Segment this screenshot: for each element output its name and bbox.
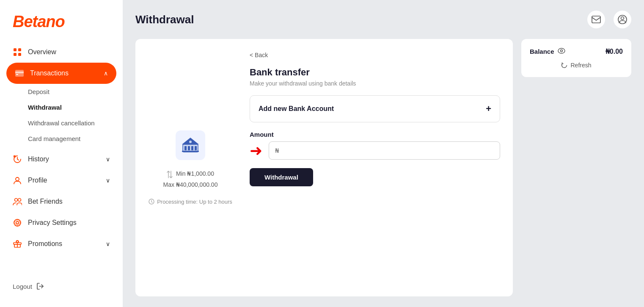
sidebar-nav: Overview Transactions ∧ Deposit Withdraw… <box>0 41 123 274</box>
add-bank-account-row[interactable]: Add new Bank Account + <box>250 95 500 122</box>
eye-svg <box>558 48 565 54</box>
arrows-icon <box>167 171 173 178</box>
svg-point-25 <box>189 141 192 143</box>
main-card: Min ₦1,000.00 Max ₦40,000,000.00 Process… <box>135 39 513 296</box>
main-content: Withdrawal <box>123 0 644 307</box>
svg-point-28 <box>560 50 562 52</box>
refresh-icon <box>561 62 567 69</box>
processing-text: Processing time: Up to 2 hours <box>157 199 232 205</box>
svg-point-9 <box>18 199 21 202</box>
clock-icon <box>149 199 154 205</box>
profile-chevron: ∨ <box>106 177 110 184</box>
mail-button[interactable] <box>587 11 605 28</box>
svg-rect-3 <box>18 53 21 56</box>
sidebar-bet-friends-label: Bet Friends <box>28 198 110 205</box>
svg-rect-21 <box>191 146 193 150</box>
sidebar-transactions-label: Transactions <box>30 69 98 77</box>
sidebar-item-profile[interactable]: Profile ∨ <box>0 170 123 191</box>
balance-row: Balance ₦0.00 <box>530 47 623 55</box>
svg-point-7 <box>16 177 19 181</box>
transactions-sub-nav: Deposit Withdrawal Withdrawal cancellati… <box>0 84 123 149</box>
amount-input[interactable] <box>269 141 500 160</box>
arrow-indicator: ➜ <box>250 142 262 160</box>
balance-label: Balance <box>530 48 554 55</box>
history-icon <box>13 155 22 164</box>
svg-rect-5 <box>15 72 24 73</box>
back-label: < Back <box>250 52 268 58</box>
svg-rect-15 <box>592 16 600 23</box>
sidebar-item-promotions[interactable]: Promotions ∨ <box>0 233 123 254</box>
amount-label: Amount <box>250 131 500 138</box>
user-button[interactable] <box>614 11 631 28</box>
sidebar-footer: Logout <box>0 274 123 299</box>
bank-icon-wrap <box>176 130 205 160</box>
svg-rect-19 <box>184 146 187 150</box>
sidebar-item-bet-friends[interactable]: Bet Friends <box>0 191 123 212</box>
svg-rect-1 <box>18 48 21 51</box>
eye-icon[interactable] <box>558 48 565 55</box>
logout-button[interactable]: Logout <box>13 282 110 290</box>
sub-nav-withdrawal[interactable]: Withdrawal <box>0 100 123 115</box>
sidebar-item-history[interactable]: History ∨ <box>0 149 123 170</box>
balance-card: Balance ₦0.00 <box>521 39 631 77</box>
user-icon <box>618 15 627 24</box>
sub-nav-deposit[interactable]: Deposit <box>0 84 123 100</box>
logo-text: Betano <box>13 13 65 30</box>
page-title: Withdrawal <box>135 13 194 26</box>
right-sidebar: Balance ₦0.00 <box>521 39 631 296</box>
panel-subtitle: Make your withdrawal using bank details <box>250 80 500 87</box>
svg-rect-22 <box>195 146 197 150</box>
amount-row: ➜ <box>250 141 500 160</box>
sidebar-overview-label: Overview <box>28 48 110 56</box>
logout-icon <box>36 282 44 290</box>
sidebar: Betano Overview <box>0 0 123 307</box>
svg-rect-23 <box>182 151 199 152</box>
add-bank-plus: + <box>486 103 491 114</box>
svg-point-27 <box>558 48 565 53</box>
balance-amount: ₦0.00 <box>605 47 623 55</box>
history-chevron: ∨ <box>106 156 110 163</box>
mail-icon <box>592 16 601 23</box>
sidebar-item-privacy-settings[interactable]: Privacy Settings <box>0 212 123 233</box>
sidebar-item-transactions[interactable]: Transactions ∧ <box>6 63 116 84</box>
svg-point-12 <box>15 220 20 225</box>
bank-icon <box>181 136 200 155</box>
panel-title: Bank transfer <box>250 67 500 78</box>
sub-nav-card-management[interactable]: Card management <box>0 131 123 147</box>
svg-rect-6 <box>16 74 18 75</box>
amount-section: Amount ➜ <box>250 131 500 160</box>
header-icons <box>587 11 631 28</box>
bank-max: Max ₦40,000,000.00 <box>163 181 218 188</box>
card-icon <box>15 69 24 78</box>
svg-point-8 <box>15 199 18 202</box>
add-bank-label: Add new Bank Account <box>259 105 334 113</box>
content-area: Min ₦1,000.00 Max ₦40,000,000.00 Process… <box>135 39 631 296</box>
logo: Betano <box>0 8 123 41</box>
profile-icon <box>13 176 22 185</box>
refresh-button[interactable]: Refresh <box>530 62 623 69</box>
balance-left: Balance <box>530 48 565 55</box>
transactions-chevron: ∧ <box>104 70 108 77</box>
logout-label: Logout <box>13 283 32 290</box>
sidebar-item-overview[interactable]: Overview <box>0 41 123 63</box>
sidebar-promotions-label: Promotions <box>28 240 100 248</box>
sidebar-privacy-label: Privacy Settings <box>28 219 110 227</box>
grid-icon <box>13 47 22 57</box>
amount-input-wrap <box>269 141 500 160</box>
sidebar-profile-label: Profile <box>28 177 100 184</box>
withdrawal-button[interactable]: Withdrawal <box>250 168 313 186</box>
privacy-icon <box>13 218 22 227</box>
sidebar-history-label: History <box>28 155 100 163</box>
sub-nav-withdrawal-cancellation[interactable]: Withdrawal cancellation <box>0 115 123 131</box>
gift-icon <box>13 239 22 249</box>
bank-min: Min ₦1,000.00 <box>176 170 214 177</box>
refresh-label: Refresh <box>570 62 591 69</box>
processing-time: Processing time: Up to 2 hours <box>149 199 232 205</box>
svg-rect-20 <box>188 146 190 150</box>
back-button[interactable]: < Back <box>250 52 500 58</box>
svg-point-17 <box>621 17 624 20</box>
svg-rect-0 <box>14 48 17 51</box>
friends-icon <box>13 197 22 206</box>
promotions-chevron: ∨ <box>106 241 110 247</box>
page-header: Withdrawal <box>135 11 631 28</box>
